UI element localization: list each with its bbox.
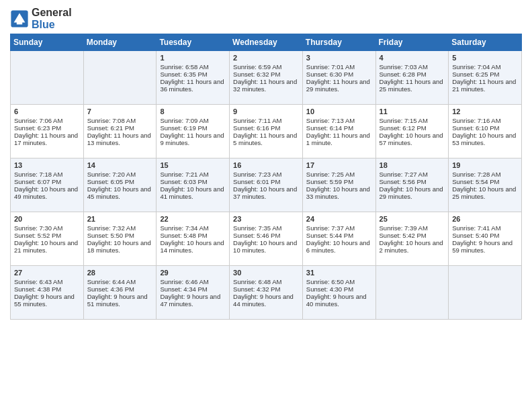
calendar-cell: 4Sunrise: 7:03 AMSunset: 6:28 PMDaylight… (375, 51, 449, 105)
calendar-cell: 3Sunrise: 7:01 AMSunset: 6:30 PMDaylight… (302, 51, 375, 105)
weekday-header: Wednesday (230, 34, 303, 51)
weekday-header: Sunday (11, 34, 84, 51)
day-number: 31 (306, 269, 372, 277)
day-content: Daylight: 10 hours and 41 minutes. (160, 185, 226, 200)
day-content: Sunset: 6:19 PM (160, 124, 226, 132)
day-content: Daylight: 11 hours and 9 minutes. (160, 132, 226, 146)
day-content: Sunset: 5:44 PM (306, 232, 372, 239)
calendar-cell: 22Sunrise: 7:34 AMSunset: 5:48 PMDayligh… (157, 212, 230, 266)
calendar-cell: 9Sunrise: 7:11 AMSunset: 6:16 PMDaylight… (230, 105, 303, 158)
calendar-cell: 28Sunrise: 6:44 AMSunset: 4:36 PMDayligh… (83, 266, 157, 320)
day-number: 18 (380, 161, 445, 169)
day-content: Sunset: 5:59 PM (306, 178, 372, 185)
day-content: Sunset: 6:25 PM (452, 71, 518, 78)
day-content: Sunrise: 7:37 AM (306, 224, 372, 232)
calendar-cell: 31Sunrise: 6:50 AMSunset: 4:30 PMDayligh… (302, 266, 375, 320)
day-number: 4 (380, 54, 445, 62)
day-content: Sunset: 4:38 PM (14, 285, 80, 293)
day-content: Daylight: 11 hours and 36 minutes. (160, 78, 226, 93)
weekday-header: Monday (83, 34, 157, 51)
day-content: Sunrise: 7:03 AM (380, 63, 445, 71)
calendar-cell: 5Sunrise: 7:04 AMSunset: 6:25 PMDaylight… (449, 51, 522, 105)
logo: General Blue (10, 7, 72, 31)
calendar-header-row: SundayMondayTuesdayWednesdayThursdayFrid… (11, 34, 522, 51)
day-content: Sunset: 6:01 PM (233, 178, 299, 185)
calendar-cell: 20Sunrise: 7:30 AMSunset: 5:52 PMDayligh… (11, 212, 84, 266)
day-content: Sunset: 4:30 PM (306, 285, 372, 293)
day-number: 17 (306, 161, 372, 169)
calendar-cell: 11Sunrise: 7:15 AMSunset: 6:12 PMDayligh… (375, 105, 449, 158)
calendar-cell: 26Sunrise: 7:41 AMSunset: 5:40 PMDayligh… (449, 212, 522, 266)
day-content: Sunrise: 7:08 AM (87, 117, 153, 124)
day-number: 27 (14, 269, 80, 277)
day-content: Daylight: 10 hours and 14 minutes. (160, 239, 226, 254)
calendar-cell: 21Sunrise: 7:32 AMSunset: 5:50 PMDayligh… (83, 212, 157, 266)
day-content: Sunset: 4:34 PM (160, 285, 226, 293)
weekday-header: Thursday (302, 34, 375, 51)
day-content: Sunset: 4:32 PM (233, 285, 299, 293)
calendar-cell: 14Sunrise: 7:20 AMSunset: 6:05 PMDayligh… (83, 158, 157, 212)
day-number: 22 (160, 215, 226, 223)
calendar-cell: 2Sunrise: 6:59 AMSunset: 6:32 PMDaylight… (230, 51, 303, 105)
day-content: Daylight: 11 hours and 1 minute. (306, 132, 372, 146)
day-content: Sunrise: 7:09 AM (160, 117, 226, 124)
day-content: Sunset: 6:23 PM (14, 124, 80, 132)
logo-general: General (32, 7, 72, 18)
day-content: Sunrise: 7:35 AM (233, 224, 299, 232)
weekday-header: Tuesday (157, 34, 230, 51)
day-content: Daylight: 11 hours and 13 minutes. (87, 132, 153, 146)
day-number: 6 (14, 107, 80, 116)
calendar-cell: 24Sunrise: 7:37 AMSunset: 5:44 PMDayligh… (302, 212, 375, 266)
day-number: 26 (452, 215, 518, 223)
day-content: Sunset: 6:32 PM (233, 71, 299, 78)
day-content: Daylight: 10 hours and 57 minutes. (380, 132, 445, 146)
day-content: Sunrise: 6:43 AM (14, 278, 80, 285)
day-content: Daylight: 10 hours and 49 minutes. (14, 185, 80, 200)
day-number: 28 (87, 269, 153, 277)
day-number: 16 (233, 161, 299, 169)
calendar-cell: 27Sunrise: 6:43 AMSunset: 4:38 PMDayligh… (11, 266, 84, 320)
day-content: Sunrise: 7:18 AM (14, 171, 80, 178)
day-content: Sunset: 5:52 PM (14, 232, 80, 239)
calendar-week-row: 6Sunrise: 7:06 AMSunset: 6:23 PMDaylight… (11, 105, 522, 158)
day-content: Daylight: 11 hours and 21 minutes. (452, 78, 518, 93)
day-content: Daylight: 10 hours and 53 minutes. (452, 132, 518, 146)
day-content: Sunset: 5:42 PM (380, 232, 445, 239)
calendar-cell: 15Sunrise: 7:21 AMSunset: 6:03 PMDayligh… (157, 158, 230, 212)
calendar-cell: 12Sunrise: 7:16 AMSunset: 6:10 PMDayligh… (449, 105, 522, 158)
calendar-week-row: 27Sunrise: 6:43 AMSunset: 4:38 PMDayligh… (11, 266, 522, 320)
day-content: Sunrise: 6:58 AM (160, 63, 226, 71)
day-content: Daylight: 11 hours and 5 minutes. (233, 132, 299, 146)
day-number: 10 (306, 107, 372, 116)
calendar-week-row: 13Sunrise: 7:18 AMSunset: 6:07 PMDayligh… (11, 158, 522, 212)
day-content: Sunset: 6:07 PM (14, 178, 80, 185)
day-content: Sunrise: 6:50 AM (306, 278, 372, 285)
day-content: Sunset: 5:54 PM (452, 178, 518, 185)
calendar-cell: 7Sunrise: 7:08 AMSunset: 6:21 PMDaylight… (83, 105, 157, 158)
day-content: Sunrise: 7:25 AM (306, 171, 372, 178)
logo-icon (10, 9, 29, 28)
day-content: Sunset: 6:28 PM (380, 71, 445, 78)
day-content: Sunrise: 6:59 AM (233, 63, 299, 71)
logo-blue: Blue (32, 19, 55, 30)
day-content: Sunrise: 7:34 AM (160, 224, 226, 232)
day-content: Daylight: 9 hours and 55 minutes. (14, 293, 80, 308)
day-number: 30 (233, 269, 299, 277)
day-content: Sunset: 6:03 PM (160, 178, 226, 185)
day-content: Sunrise: 7:04 AM (452, 63, 518, 71)
day-content: Daylight: 11 hours and 29 minutes. (306, 78, 372, 93)
day-number: 11 (380, 107, 445, 116)
calendar-cell: 6Sunrise: 7:06 AMSunset: 6:23 PMDaylight… (11, 105, 84, 158)
calendar-cell: 1Sunrise: 6:58 AMSunset: 6:35 PMDaylight… (157, 51, 230, 105)
calendar-cell: 23Sunrise: 7:35 AMSunset: 5:46 PMDayligh… (230, 212, 303, 266)
calendar-cell: 19Sunrise: 7:28 AMSunset: 5:54 PMDayligh… (449, 158, 522, 212)
day-content: Sunrise: 7:01 AM (306, 63, 372, 71)
day-number: 3 (306, 54, 372, 62)
day-content: Daylight: 11 hours and 25 minutes. (380, 78, 445, 93)
day-number: 13 (14, 161, 80, 169)
page-header: General Blue (10, 7, 522, 31)
day-content: Sunset: 6:21 PM (87, 124, 153, 132)
day-number: 29 (160, 269, 226, 277)
calendar-cell: 29Sunrise: 6:46 AMSunset: 4:34 PMDayligh… (157, 266, 230, 320)
calendar-cell: 13Sunrise: 7:18 AMSunset: 6:07 PMDayligh… (11, 158, 84, 212)
